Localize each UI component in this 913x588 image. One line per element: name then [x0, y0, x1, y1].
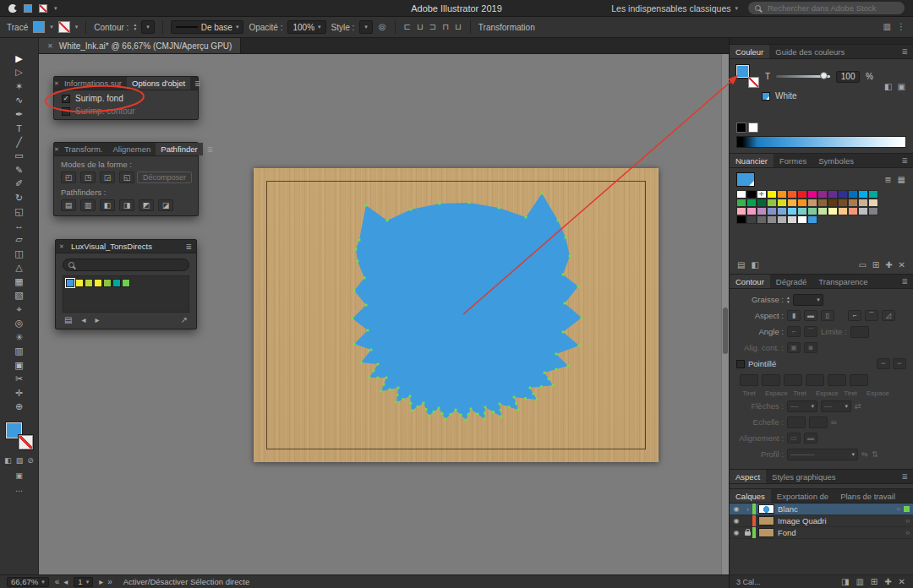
tab-alignement[interactable]: Alignemen	[107, 143, 156, 155]
tab-degrade[interactable]: Dégradé	[770, 275, 812, 288]
anchor-point[interactable]	[383, 384, 385, 386]
anchor-point[interactable]	[467, 413, 470, 416]
anchor-point[interactable]	[555, 368, 558, 371]
panel-menu-icon[interactable]: ≣	[896, 275, 913, 288]
tab-formes[interactable]: Formes	[774, 154, 812, 167]
tab-exportation[interactable]: Exportation de	[771, 489, 834, 503]
anchor-point[interactable]	[581, 317, 583, 319]
panel-menu-icon[interactable]: ≣	[896, 45, 913, 58]
panel-menu-icon[interactable]: ≣	[181, 240, 196, 253]
tint-value-field[interactable]: 100	[836, 71, 860, 83]
align-top-icon[interactable]: ⊓	[441, 23, 450, 31]
swatch[interactable]	[807, 207, 817, 215]
swatch[interactable]	[797, 199, 807, 207]
swatch[interactable]	[848, 199, 858, 207]
gap-field[interactable]	[806, 374, 824, 386]
swatch[interactable]	[746, 215, 757, 224]
arrow-end-dropdown[interactable]: —▾	[821, 400, 851, 412]
visibility-eye-icon[interactable]: ◉	[730, 529, 743, 536]
align-stroke-center-icon[interactable]: ▣	[787, 342, 801, 353]
mesh-tool[interactable]: ▦	[8, 275, 30, 289]
load-swatches-icon[interactable]: ↗	[180, 316, 189, 324]
anchor-point[interactable]	[438, 407, 440, 410]
swatch[interactable]	[767, 199, 777, 207]
rotate-tool[interactable]: ↻	[8, 191, 30, 205]
anchor-point[interactable]	[557, 220, 560, 222]
tab-transparence[interactable]: Transparence	[812, 275, 873, 288]
more-tools-button[interactable]: ⋯	[14, 487, 24, 495]
stroke-proxy-swatch[interactable]	[19, 435, 33, 449]
anchor-point[interactable]	[423, 402, 425, 405]
swatch[interactable]	[103, 279, 112, 287]
anchor-point[interactable]	[357, 260, 359, 263]
anchor-point[interactable]	[428, 415, 430, 417]
distribute-icon[interactable]: ⊔	[454, 23, 462, 31]
anchor-point[interactable]	[484, 406, 487, 409]
swatch[interactable]	[777, 215, 787, 224]
anchor-point[interactable]	[540, 385, 543, 388]
unite-icon[interactable]: ◰	[61, 172, 76, 183]
tab-informations[interactable]: Informations sur	[59, 77, 127, 90]
align-stroke-inside-icon[interactable]: ◙	[804, 342, 817, 353]
bear-shape[interactable]	[353, 193, 582, 420]
list-view-icon[interactable]: ≣	[883, 176, 892, 184]
lasso-tool[interactable]: ∿	[8, 94, 30, 108]
anchor-point[interactable]	[577, 286, 580, 288]
add-layer-icon[interactable]: ✚	[883, 578, 892, 586]
flip-across-icon[interactable]: ⇅	[872, 449, 878, 459]
anchor-point[interactable]	[524, 397, 527, 400]
free-transform-tool[interactable]: ▱	[8, 233, 30, 248]
layer-thumbnail[interactable]	[758, 504, 774, 514]
anchor-point[interactable]	[529, 387, 532, 389]
more-options-icon[interactable]: ⋮	[896, 23, 906, 31]
swatch[interactable]	[848, 207, 858, 215]
anchor-point[interactable]	[365, 204, 368, 207]
anchor-point[interactable]	[396, 394, 399, 396]
anchor-point[interactable]	[409, 395, 412, 398]
profile-dropdown[interactable]: ———▾	[787, 449, 858, 460]
anchor-point[interactable]	[544, 372, 546, 374]
anchor-point[interactable]	[517, 409, 520, 411]
anchor-point[interactable]	[397, 387, 400, 389]
swatch[interactable]	[787, 215, 797, 224]
miter-join-icon[interactable]: ⌐	[848, 310, 861, 321]
anchor-point[interactable]	[500, 416, 503, 418]
perspective-grid-tool[interactable]: △	[8, 261, 30, 275]
layer-name[interactable]: Blanc	[778, 504, 798, 514]
new-layer-icon[interactable]: ⊞	[870, 578, 878, 586]
anchor-point[interactable]	[358, 239, 361, 242]
white-swatch[interactable]	[748, 122, 758, 133]
swatch[interactable]	[858, 207, 868, 215]
dash-field[interactable]	[740, 374, 758, 386]
save-swatch-icon[interactable]: ▣	[897, 83, 906, 91]
target-circle-icon[interactable]: ○	[905, 529, 910, 536]
swatch[interactable]	[858, 199, 868, 207]
swatch[interactable]	[858, 190, 868, 199]
chevron-down-icon[interactable]: ▾	[54, 5, 57, 12]
anchor-point[interactable]	[562, 274, 565, 276]
gap-field[interactable]	[762, 374, 780, 386]
anchor-point[interactable]	[367, 329, 369, 332]
line-segment-tool[interactable]: ╱	[8, 135, 30, 150]
screen-mode-button[interactable]: ▣	[14, 472, 24, 480]
swatch[interactable]	[787, 190, 797, 199]
tab-plans-travail[interactable]: Plans de travail	[834, 489, 901, 503]
anchor-point[interactable]	[439, 203, 441, 205]
gradient-button[interactable]: ▨	[15, 457, 25, 465]
tab-pathfinder[interactable]: Pathfinder	[156, 143, 202, 155]
tab-calques[interactable]: Calques	[730, 489, 771, 503]
swatch[interactable]	[112, 279, 121, 287]
anchor-point[interactable]	[396, 401, 398, 404]
zoom-tool[interactable]: ⊕	[8, 400, 30, 415]
anchor-point[interactable]	[552, 384, 555, 387]
swatch[interactable]	[838, 207, 848, 215]
swatch[interactable]	[757, 215, 767, 224]
swatch[interactable]: ✛	[757, 190, 767, 199]
merge-icon[interactable]: ◧	[100, 199, 115, 211]
outline-icon[interactable]: ◩	[139, 199, 154, 211]
spot-color-swatch[interactable]	[762, 92, 770, 101]
anchor-point[interactable]	[565, 237, 567, 239]
anchor-point[interactable]	[353, 290, 356, 292]
align-horizontal-left-icon[interactable]: ⊏	[403, 23, 412, 31]
swatch[interactable]	[848, 190, 858, 199]
